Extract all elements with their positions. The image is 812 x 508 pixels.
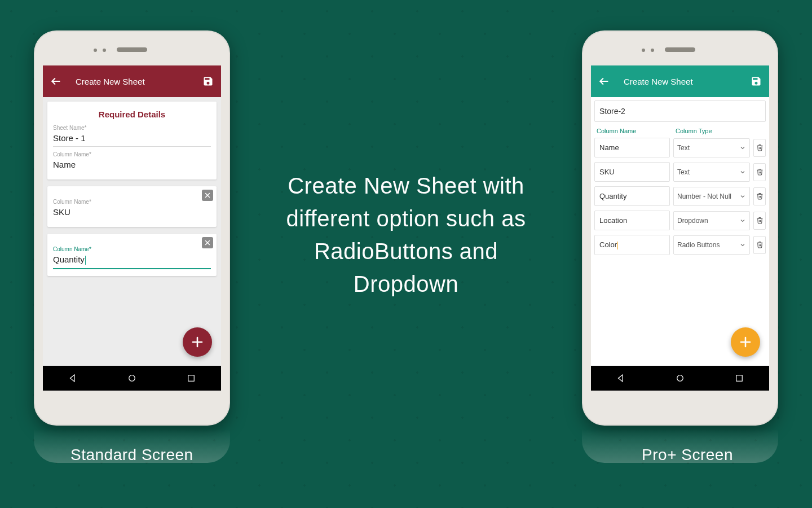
nav-home-icon[interactable] [127, 373, 137, 383]
svg-marker-13 [618, 375, 623, 382]
column-row: SKU Text [594, 162, 766, 182]
appbar-title: Create New Sheet [624, 77, 750, 86]
add-column-fab[interactable] [183, 327, 212, 357]
required-details-card: Required Details Sheet Name* Store - 1 C… [47, 102, 217, 179]
column-name-label: Column Name* [53, 199, 211, 205]
column-name-field[interactable]: SKU [594, 162, 670, 182]
close-icon [204, 239, 211, 246]
column-type-select[interactable]: Radio Buttons [673, 235, 750, 255]
trash-icon [756, 168, 764, 176]
delete-column-button[interactable] [753, 163, 766, 181]
sheet-name-field[interactable]: Store-2 [594, 100, 766, 122]
column-headers: Column Name Column Type [594, 128, 766, 138]
card-heading: Required Details [53, 110, 211, 119]
column-name-field[interactable]: Location [594, 211, 670, 230]
column-type-text: Dropdown [677, 217, 708, 225]
column-type-select[interactable]: Dropdown [673, 211, 750, 230]
column-type-select[interactable]: Number - Not Null [673, 187, 750, 206]
add-column-fab[interactable] [731, 327, 760, 357]
nav-home-icon[interactable] [675, 373, 685, 383]
phone-sensor [103, 49, 106, 52]
phone-sensor [94, 49, 97, 52]
phone-frame-standard: Create New Sheet Required Details Sheet … [34, 30, 230, 426]
save-icon[interactable] [750, 75, 762, 87]
column-name-field[interactable]: Name [594, 138, 670, 157]
nav-recent-icon[interactable] [186, 373, 196, 383]
column-type-select[interactable]: Text [673, 138, 750, 157]
header-column-name: Column Name [597, 128, 676, 134]
svg-marker-7 [70, 375, 74, 382]
text-cursor [85, 256, 86, 265]
text-cursor [617, 242, 618, 249]
column-name-field[interactable]: Quantity [594, 186, 670, 206]
column-type-text: Radio Buttons [677, 241, 720, 249]
column-name-field[interactable]: Color [594, 235, 670, 255]
phone-sensor [642, 49, 645, 52]
trash-icon [756, 192, 764, 200]
svg-point-8 [129, 375, 135, 382]
android-navbar [591, 366, 769, 391]
sheet-name-label: Sheet Name* [53, 125, 211, 131]
svg-rect-15 [736, 375, 743, 382]
appbar-pro: Create New Sheet [591, 65, 769, 97]
column-type-select[interactable]: Text [673, 163, 750, 182]
phone-sensor [651, 49, 654, 52]
chevron-down-icon [739, 217, 746, 224]
column-name-label: Column Name* [53, 246, 211, 252]
chevron-down-icon [739, 193, 746, 200]
phone-frame-pro: Create New Sheet Store-2 Column Name Col… [582, 30, 778, 426]
delete-column-button[interactable] [202, 237, 213, 248]
content-pro: Store-2 Column Name Column Type Name Tex… [591, 97, 769, 366]
caption-pro: Pro+ Screen [642, 446, 733, 464]
nav-recent-icon[interactable] [734, 373, 744, 383]
header-column-type: Column Type [676, 128, 764, 134]
column-type-text: Number - Not Null [677, 192, 731, 200]
android-navbar [43, 366, 221, 391]
column-name-text: Color [599, 240, 617, 249]
trash-icon [756, 241, 764, 248]
screen-pro: Create New Sheet Store-2 Column Name Col… [591, 65, 769, 391]
trash-icon [756, 217, 764, 224]
column-name-text: Quantity [53, 255, 85, 264]
column-name-field[interactable]: SKU [53, 205, 211, 220]
column-type-text: Text [677, 168, 690, 176]
column-row: Location Dropdown [594, 211, 766, 230]
plus-icon [191, 335, 204, 349]
delete-column-button[interactable] [753, 212, 766, 230]
appbar-title: Create New Sheet [76, 77, 202, 86]
promo-stage: Create New Sheet with different option s… [0, 0, 812, 508]
close-icon [204, 192, 211, 199]
back-arrow-icon[interactable] [50, 75, 62, 87]
trash-icon [756, 144, 764, 151]
chevron-down-icon [739, 144, 746, 151]
delete-column-button[interactable] [202, 190, 213, 201]
chevron-down-icon [739, 169, 746, 176]
column-row: Color Radio Buttons [594, 235, 766, 255]
column-card: Column Name* Quantity [47, 234, 217, 276]
column-name-label: Column Name* [53, 151, 211, 157]
column-type-text: Text [677, 144, 690, 152]
save-icon[interactable] [202, 75, 214, 87]
column-row: Quantity Number - Not Null [594, 186, 766, 206]
column-card: Column Name* SKU [47, 186, 217, 227]
screen-standard: Create New Sheet Required Details Sheet … [43, 65, 221, 391]
chevron-down-icon [739, 242, 746, 248]
phone-speaker [665, 47, 695, 52]
phone-speaker [117, 47, 147, 52]
column-row: Name Text [594, 138, 766, 157]
nav-back-icon[interactable] [616, 373, 626, 383]
plus-icon [739, 335, 752, 349]
svg-rect-9 [188, 375, 195, 382]
caption-standard: Standard Screen [70, 446, 193, 464]
column-name-field[interactable]: Name [53, 157, 211, 173]
headline-text: Create New Sheet with different option s… [271, 169, 541, 300]
delete-column-button[interactable] [753, 236, 766, 254]
column-name-field[interactable]: Quantity [53, 252, 211, 269]
appbar-standard: Create New Sheet [43, 65, 221, 97]
back-arrow-icon[interactable] [598, 75, 610, 87]
delete-column-button[interactable] [753, 139, 766, 157]
delete-column-button[interactable] [753, 187, 766, 205]
content-standard: Required Details Sheet Name* Store - 1 C… [43, 97, 221, 366]
sheet-name-field[interactable]: Store - 1 [53, 131, 211, 147]
nav-back-icon[interactable] [68, 373, 78, 383]
